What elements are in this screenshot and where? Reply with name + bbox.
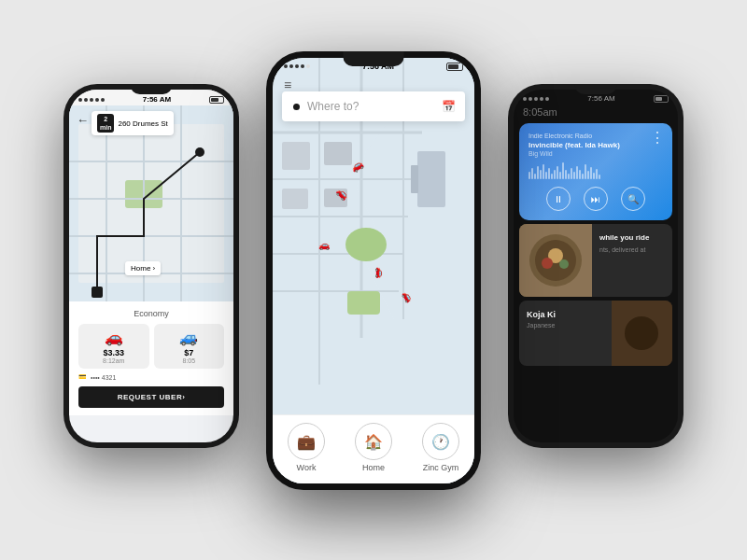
car-option-1[interactable]: 🚗 $3.33 8:12am: [78, 324, 149, 369]
music-card: ⋮ Indie Electronic Radio Invincible (fea…: [519, 123, 672, 220]
left-map-area: ← 2min 260 Drumes St Home ›: [69, 105, 233, 301]
music-wave: [529, 162, 663, 179]
svg-point-36: [542, 258, 553, 269]
left-phone-screen: 7:56 AM: [69, 90, 233, 442]
pause-button[interactable]: ⏸: [546, 187, 571, 211]
wave-bar: [529, 172, 530, 179]
search-bar-container: Where to? 📅: [282, 91, 465, 121]
right-time-large: 8:05am: [514, 105, 678, 123]
wave-bar: [599, 175, 600, 179]
nav-gym[interactable]: 🕐 Zinc Gym: [422, 423, 459, 472]
koja-card: Koja Ki Japanese: [519, 301, 672, 366]
car-marker-3: 🚗: [318, 240, 330, 250]
right-battery-level: [655, 97, 662, 101]
left-bottom-panel: Economy 🚗 $3.33 8:12am 🚙 $7 8:05: [69, 301, 233, 415]
car1-time: 8:12am: [83, 357, 145, 364]
dot5: [101, 98, 105, 102]
wave-bar: [576, 166, 578, 179]
r-dot1: [523, 97, 527, 101]
scene: 7:56 AM: [0, 0, 747, 560]
credit-card-icon: 💳: [78, 373, 87, 381]
request-button[interactable]: REQUEST UBER›: [78, 386, 224, 408]
koja-subtitle: Japanese: [527, 322, 604, 329]
car2-icon: 🚙: [159, 329, 220, 346]
wave-bar: [568, 174, 570, 179]
center-battery-icon: [446, 63, 463, 71]
dot1: [78, 98, 82, 102]
wave-bar: [590, 167, 592, 179]
svg-rect-26: [282, 142, 310, 170]
food-svg: [519, 224, 592, 297]
car1-icon: 🚗: [83, 329, 145, 346]
center-signal: [284, 64, 310, 68]
back-arrow[interactable]: ←: [77, 113, 89, 127]
battery-level: [211, 98, 218, 102]
calendar-icon[interactable]: 📅: [442, 100, 456, 113]
wave-bar: [585, 164, 586, 179]
menu-hamburger-icon[interactable]: ≡: [284, 78, 291, 91]
payment-text: •••• 4321: [91, 374, 116, 381]
music-controls: ⏸ ⏭ 🔍: [529, 187, 663, 211]
koja-title: Koja Ki: [527, 310, 604, 319]
payment-row: 💳 •••• 4321: [78, 373, 224, 381]
center-phone-notch: [344, 51, 404, 66]
food-card-text: while you ride nts, delivered at: [592, 224, 672, 297]
nav-work[interactable]: 💼 Work: [288, 423, 325, 472]
address-badge: 2min 260 Drumes St: [92, 111, 174, 135]
request-button-label: REQUEST UBER›: [118, 393, 186, 401]
svg-rect-30: [417, 151, 445, 207]
wave-bar: [562, 162, 564, 179]
dot3: [90, 98, 93, 102]
gym-icon-circle: 🕐: [422, 423, 459, 460]
home-destination-label: Home ›: [125, 261, 161, 275]
svg-rect-31: [411, 165, 418, 193]
center-battery: [446, 63, 463, 71]
left-signal-dots: [78, 98, 105, 102]
work-label: Work: [297, 463, 317, 472]
home-label-text: Home: [131, 264, 150, 273]
koja-card-text: Koja Ki Japanese: [519, 301, 612, 366]
center-phone-screen: 🚗 🚗 🚗 🚗 🚗 ≡ 7:56 AM: [273, 58, 474, 483]
wave-bar: [596, 169, 598, 179]
svg-point-10: [195, 147, 204, 157]
search-bar[interactable]: Where to? 📅: [282, 91, 465, 121]
c-dot1: [284, 64, 288, 68]
food-card: while you ride nts, delivered at: [519, 224, 672, 297]
wave-bar: [554, 170, 556, 179]
min-badge: 2min: [97, 114, 114, 133]
car2-price: $7: [159, 348, 220, 357]
gym-label: Zinc Gym: [423, 463, 459, 472]
wave-bar: [531, 168, 533, 179]
food-card-title: while you ride: [599, 233, 665, 243]
phone-left: 7:56 AM: [63, 84, 239, 448]
nav-home[interactable]: 🏠 Home: [355, 423, 392, 472]
car2-time: 8:05: [159, 357, 220, 364]
r-dot3: [534, 97, 538, 101]
svg-rect-25: [347, 291, 380, 315]
food-image: [519, 224, 592, 297]
r-dot5: [545, 97, 549, 101]
wave-bar: [571, 168, 572, 179]
search-placeholder: Where to?: [307, 100, 434, 113]
car1-price: $3.33: [83, 348, 145, 357]
car-marker-4: 🚗: [375, 267, 386, 278]
car-option-2[interactable]: 🚙 $7 8:05: [154, 324, 225, 369]
search-music-button[interactable]: 🔍: [621, 187, 645, 211]
music-menu-dots[interactable]: ⋮: [650, 131, 665, 146]
phone-right: 7:56 AM 8:05am ⋮ Indie Electronic Radio …: [508, 84, 684, 448]
svg-rect-27: [324, 142, 352, 165]
wave-bar: [557, 166, 558, 179]
address-text: 260 Drumes St: [118, 119, 167, 128]
music-genre: Indie Electronic Radio: [529, 133, 663, 139]
right-signal: [523, 97, 549, 101]
battery-icon: [209, 96, 224, 104]
wave-bar: [545, 172, 547, 179]
wave-bar: [540, 170, 542, 179]
wave-bar: [551, 174, 553, 179]
right-battery: [654, 95, 669, 103]
koja-image: [612, 301, 672, 366]
svg-point-37: [559, 259, 569, 269]
skip-button[interactable]: ⏭: [584, 187, 608, 211]
svg-point-24: [345, 228, 387, 261]
wave-bar: [548, 168, 550, 179]
